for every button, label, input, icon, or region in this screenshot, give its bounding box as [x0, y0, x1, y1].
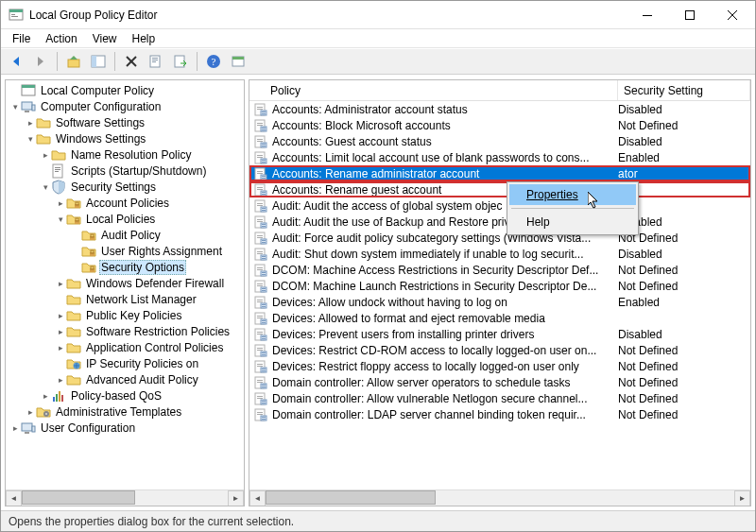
up-button[interactable]	[62, 50, 85, 73]
policy-row[interactable]: DCOM: Machine Access Restrictions in Sec…	[249, 262, 750, 278]
expand-icon[interactable]: ▸	[55, 311, 66, 320]
expand-icon[interactable]: ▸	[25, 407, 36, 417]
scroll-thumb[interactable]	[22, 490, 135, 505]
tree-computer-configuration[interactable]: ▾Computer Configuration	[6, 98, 244, 114]
menu-file[interactable]: File	[5, 30, 38, 47]
maximize-button[interactable]	[668, 2, 711, 28]
expand-icon[interactable]: ▸	[40, 150, 51, 160]
policy-row[interactable]: Accounts: Guest account statusDisabled	[249, 133, 750, 149]
column-header-setting[interactable]: Security Setting	[618, 80, 750, 100]
policy-row[interactable]: Domain controller: Allow server operator…	[249, 374, 750, 390]
policy-row[interactable]: Domain controller: Allow vulnerable Netl…	[249, 390, 750, 406]
policy-row[interactable]: Audit: Shut down system immediately if u…	[249, 246, 750, 262]
tree-public-key-policies[interactable]: ▸Public Key Policies	[6, 307, 244, 323]
policy-list[interactable]: Accounts: Administrator account statusDi…	[249, 101, 750, 489]
svg-rect-71	[257, 157, 263, 158]
tree-software-settings[interactable]: ▸Software Settings	[6, 114, 244, 130]
expand-icon[interactable]: ▾	[25, 134, 36, 144]
policy-row[interactable]: Audit: Audit the use of Backup and Resto…	[249, 214, 750, 230]
tree-name-resolution-policy[interactable]: ▸Name Resolution Policy	[6, 146, 244, 163]
close-button[interactable]	[711, 2, 753, 28]
svg-rect-150	[261, 368, 266, 372]
menu-action[interactable]: Action	[38, 30, 84, 47]
tree-root[interactable]: Local Computer Policy	[6, 82, 244, 98]
policy-row[interactable]: Devices: Restrict floppy access to local…	[249, 358, 750, 374]
svg-rect-157	[262, 385, 266, 386]
list-pane: Policy Security Setting Accounts: Admini…	[249, 79, 751, 506]
tree-user-configuration[interactable]: ▸User Configuration	[6, 420, 244, 436]
tree-scripts[interactable]: Scripts (Startup/Shutdown)	[6, 163, 244, 179]
expand-icon[interactable]: ▸	[25, 118, 36, 128]
expand-icon[interactable]: ▾	[40, 182, 51, 192]
svg-rect-26	[32, 105, 35, 111]
tree-software-restriction-policies[interactable]: ▸Software Restriction Policies	[6, 323, 244, 339]
toolbar-separator	[197, 52, 198, 71]
tree-ip-security-policies[interactable]: IP Security Policies on	[6, 355, 244, 371]
svg-rect-102	[261, 239, 266, 244]
scroll-left-icon[interactable]: ◄	[6, 490, 22, 506]
expand-icon[interactable]: ▾	[55, 215, 66, 224]
ctx-properties[interactable]: Properties	[509, 184, 636, 205]
tree-account-policies[interactable]: ▸Account Policies	[6, 195, 244, 211]
help-button[interactable]: ?	[202, 50, 225, 73]
expand-icon[interactable]: ▸	[55, 375, 66, 385]
scroll-left-icon[interactable]: ◄	[249, 490, 266, 506]
policy-row[interactable]: Accounts: Limit local account use of bla…	[249, 149, 750, 165]
policy-tree[interactable]: Local Computer Policy▾Computer Configura…	[6, 80, 244, 489]
scroll-right-icon[interactable]: ►	[734, 490, 750, 506]
svg-rect-88	[257, 203, 263, 204]
policy-row[interactable]: Accounts: Rename guest account	[249, 181, 750, 197]
policy-name: Devices: Prevent users from installing p…	[272, 328, 618, 341]
back-button[interactable]	[5, 50, 27, 73]
tree-advanced-audit-policy[interactable]: ▸Advanced Audit Policy	[6, 371, 244, 387]
tree-hscrollbar[interactable]: ◄ ►	[6, 489, 244, 506]
policy-row[interactable]: Audit: Audit the access of global system…	[249, 197, 750, 214]
tree-policy-based-qos[interactable]: ▸Policy-based QoS	[6, 387, 244, 403]
list-hscrollbar[interactable]: ◄ ►	[249, 489, 750, 506]
tree-windows-settings[interactable]: ▾Windows Settings	[6, 130, 244, 146]
forward-button[interactable]	[29, 50, 52, 73]
tree-local-policies[interactable]: ▾Local Policies	[6, 211, 244, 227]
tree-security-options[interactable]: Security Options	[6, 259, 244, 275]
tree-administrative-templates[interactable]: ▸Administrative Templates	[6, 403, 244, 420]
tree-application-control-policies[interactable]: ▸Application Control Policies	[6, 339, 244, 355]
menu-view[interactable]: View	[85, 30, 125, 47]
policy-row[interactable]: Accounts: Block Microsoft accountsNot De…	[249, 117, 750, 133]
delete-button[interactable]	[120, 50, 143, 73]
policy-row[interactable]: Accounts: Administrator account statusDi…	[249, 101, 750, 117]
expand-icon[interactable]: ▾	[9, 102, 21, 112]
expand-icon[interactable]: ▸	[40, 391, 51, 401]
policy-row[interactable]: Devices: Prevent users from installing p…	[249, 326, 750, 342]
policy-name: Accounts: Block Microsoft accounts	[272, 119, 618, 132]
expand-icon[interactable]: ▸	[55, 279, 66, 288]
scroll-thumb[interactable]	[266, 490, 436, 505]
expand-icon[interactable]: ▸	[55, 327, 66, 336]
scroll-right-icon[interactable]: ►	[228, 490, 244, 506]
policy-row[interactable]: Accounts: Rename administrator accountat…	[249, 165, 750, 181]
refresh-button[interactable]	[169, 50, 192, 73]
expand-icon[interactable]: ▸	[55, 198, 66, 208]
tree-network-list-manager[interactable]: Network List Manager	[6, 291, 244, 307]
tree-windows-defender-firewall[interactable]: ▸Windows Defender Firewall	[6, 275, 244, 291]
expand-icon[interactable]: ▸	[9, 423, 21, 433]
menu-help[interactable]: Help	[125, 30, 163, 47]
tree-security-settings[interactable]: ▾Security Settings	[6, 179, 244, 195]
policy-setting: Not Defined	[618, 360, 750, 373]
minimize-button[interactable]	[626, 2, 668, 28]
ctx-help[interactable]: Help	[509, 212, 636, 232]
expand-icon[interactable]: ▸	[55, 343, 66, 352]
policy-row[interactable]: Audit: Force audit policy subcategory se…	[249, 230, 750, 246]
policy-row[interactable]: Devices: Allowed to format and eject rem…	[249, 310, 750, 326]
tree-windows-defender-firewall-icon	[66, 276, 81, 291]
column-header-policy[interactable]: Policy	[249, 80, 618, 100]
show-hide-tree-button[interactable]	[87, 50, 110, 73]
tree-audit-policy[interactable]: Audit Policy	[6, 227, 244, 243]
policy-row[interactable]: Domain controller: LDAP server channel b…	[249, 406, 750, 422]
tree-user-rights-assignment[interactable]: User Rights Assignment	[6, 243, 244, 259]
policy-row[interactable]: DCOM: Machine Launch Restrictions in Sec…	[249, 278, 750, 294]
export-button[interactable]	[145, 50, 167, 73]
policy-row[interactable]: Devices: Allow undock without having to …	[249, 294, 750, 310]
filter-button[interactable]	[227, 50, 249, 73]
tree-computer-configuration-icon	[21, 99, 36, 114]
policy-row[interactable]: Devices: Restrict CD-ROM access to local…	[249, 342, 750, 358]
